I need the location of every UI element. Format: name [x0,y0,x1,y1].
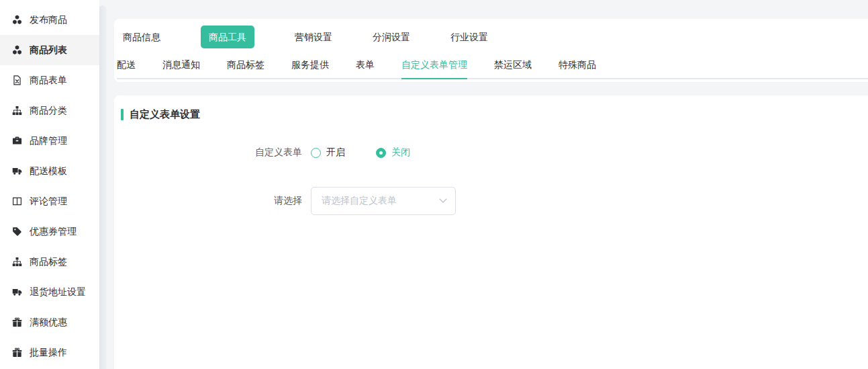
cubes-icon [12,45,22,55]
sitemap-icon [12,257,22,267]
sitemap-icon [12,106,22,116]
sidebar-item-label: 退货地址设置 [30,286,86,298]
subtab-embargo-area[interactable]: 禁运区域 [494,59,532,79]
sidebar-item-product-form[interactable]: 商品表单 [0,65,99,95]
sidebar-item-full-discount[interactable]: 满额优惠 [0,307,99,337]
sidebar: 发布商品商品列表商品表单商品分类品牌管理配送模板评论管理优惠券管理商品标签退货地… [0,0,99,369]
chevron-down-icon [439,198,447,204]
subtab-message-notification[interactable]: 消息通知 [162,59,200,79]
sidebar-item-label: 配送模板 [30,165,67,177]
sidebar-item-label: 商品列表 [30,44,67,56]
subtab-product-tag[interactable]: 商品标签 [227,59,264,79]
sidebar-item-brand-management[interactable]: 品牌管理 [0,126,99,156]
sidebar-item-batch-operation[interactable]: 批量操作 [0,337,99,368]
tag-icon [12,227,22,237]
radio-off-dot[interactable] [376,148,386,158]
tab-product-tools[interactable]: 商品工具 [201,26,254,48]
sidebar-item-label: 评论管理 [30,196,67,208]
tab-industry-settings[interactable]: 行业设置 [450,26,488,48]
columns-icon [12,196,22,206]
sidebar-item-label: 批量操作 [30,347,67,359]
truck-icon [12,287,22,297]
custom-form-select[interactable]: 请选择自定义表单 [311,187,456,215]
sidebar-item-label: 品牌管理 [30,135,67,147]
custom-form-radio-group: 开启关闭 [311,147,410,159]
radio-off[interactable]: 关闭 [376,147,410,159]
radio-on[interactable]: 开启 [311,147,345,159]
radio-on-dot[interactable] [311,148,321,158]
tabs-card: 商品信息商品工具营销设置分润设置行业设置 配送消息通知商品标签服务提供表单自定义… [114,19,868,82]
sidebar-item-label: 商品分类 [30,105,67,117]
tab-product-info[interactable]: 商品信息 [123,26,160,48]
section-header: 自定义表单设置 [121,108,868,121]
sidebar-item-publish-product[interactable]: 发布商品 [0,5,99,35]
truck-icon [12,166,22,176]
gift-icon [12,347,22,358]
custom-form-label: 自定义表单 [114,147,311,159]
briefcase-icon [12,136,22,146]
radio-off-label: 关闭 [391,147,410,159]
sidebar-item-comment-management[interactable]: 评论管理 [0,186,99,216]
content-scrollbar-track[interactable] [99,5,107,369]
custom-form-switch-row: 自定义表单 开启关闭 [114,147,868,159]
subtab-custom-form-management[interactable]: 自定义表单管理 [401,59,467,79]
main-content-card: 自定义表单设置 自定义表单 开启关闭 请选择 请选择自定义表单 [114,95,868,369]
radio-on-label: 开启 [326,147,345,159]
section-title: 自定义表单设置 [130,108,200,121]
primary-tabs: 商品信息商品工具营销设置分润设置行业设置 [123,26,488,48]
gift-icon [12,317,22,327]
tab-marketing-settings[interactable]: 营销设置 [295,26,332,48]
subtab-delivery[interactable]: 配送 [117,59,136,79]
sidebar-item-label: 商品标签 [30,256,67,268]
secondary-tabs: 配送消息通知商品标签服务提供表单自定义表单管理禁运区域特殊商品 [117,59,596,79]
sidebar-item-product-category[interactable]: 商品分类 [0,95,99,126]
sidebar-item-product-tags[interactable]: 商品标签 [0,247,99,277]
sidebar-item-label: 发布商品 [30,14,67,26]
sidebar-item-return-address-settings[interactable]: 退货地址设置 [0,277,99,307]
select-label: 请选择 [114,195,311,207]
subtab-service-provide[interactable]: 服务提供 [291,59,329,79]
section-accent-bar [121,109,124,120]
sidebar-item-coupon-management[interactable]: 优惠券管理 [0,216,99,247]
cubes-icon [12,15,22,25]
custom-form-select-row: 请选择 请选择自定义表单 [114,187,868,215]
sidebar-item-delivery-template[interactable]: 配送模板 [0,156,99,186]
subtab-special-goods[interactable]: 特殊商品 [559,59,596,79]
sidebar-item-label: 商品表单 [30,75,67,87]
sidebar-item-label: 优惠券管理 [30,226,77,238]
sidebar-item-label: 满额优惠 [30,317,67,329]
tab-profit-settings[interactable]: 分润设置 [373,26,410,48]
subtab-form[interactable]: 表单 [356,59,375,79]
sidebar-item-product-list[interactable]: 商品列表 [0,35,99,65]
select-placeholder-text: 请选择自定义表单 [322,195,439,207]
file-x-icon [12,75,22,85]
